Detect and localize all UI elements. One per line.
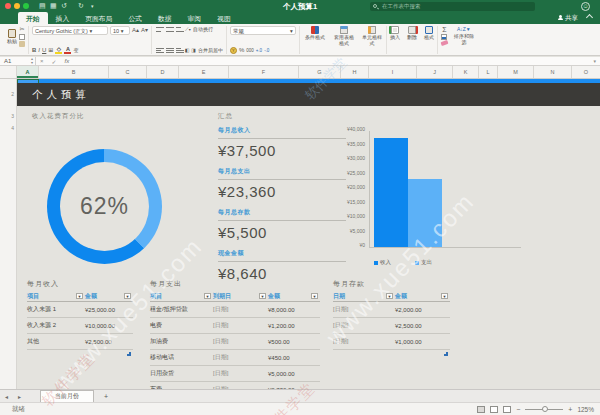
cell-styles-button[interactable]: 单元格样式	[361, 26, 383, 46]
currency-format-icon[interactable]: ¥	[230, 47, 237, 54]
search-input[interactable]: 在工作表中搜索	[370, 2, 535, 11]
filter-dropdown-icon[interactable]: ▼	[204, 293, 211, 299]
income-bar[interactable]	[374, 138, 408, 247]
italic-button[interactable]: I	[38, 47, 40, 54]
cut-icon[interactable]: ✂	[19, 26, 24, 33]
align-left-icon[interactable]	[155, 47, 163, 54]
select-all-corner[interactable]	[0, 66, 17, 78]
table-row[interactable]: 其他¥2,500.00	[27, 334, 133, 350]
wrap-text-button[interactable]: 自动换行	[193, 27, 213, 33]
indent-icons[interactable]: ◧ ◨	[185, 47, 196, 54]
bold-button[interactable]: B	[32, 47, 36, 54]
font-size-select[interactable]: 10 ▾	[110, 26, 130, 35]
name-box[interactable]: A1▴▾	[0, 57, 36, 66]
income-spending-bar-chart[interactable]	[369, 131, 521, 248]
align-right-icon[interactable]	[175, 47, 183, 54]
column-header[interactable]: I	[369, 66, 417, 78]
column-header[interactable]: E	[179, 66, 229, 78]
column-header[interactable]: G	[299, 66, 341, 78]
cancel-icon[interactable]: ×	[36, 58, 48, 64]
filter-dropdown-icon[interactable]: ▼	[124, 293, 131, 299]
delete-cells-button[interactable]: 删除	[407, 26, 417, 41]
column-header[interactable]: B	[39, 66, 109, 78]
font-name-select[interactable]: Century Gothic (正文) ▾	[32, 26, 108, 35]
tab-page-layout[interactable]: 页面布局	[77, 12, 120, 24]
format-painter-icon[interactable]	[19, 41, 25, 47]
table-row[interactable]: 移动电话[日期]¥450.00	[150, 350, 320, 366]
worksheet[interactable]: 2 3 4 个人预算 收入花费百分比 62% 汇总 每月总收入 ¥37,500 …	[0, 79, 600, 389]
insert-function-icon[interactable]: fx	[61, 58, 74, 64]
orientation-icon[interactable]: ⟋▾	[185, 26, 191, 33]
filter-dropdown-icon[interactable]: ▼	[386, 293, 393, 299]
conditional-formatting-button[interactable]: 条件格式	[303, 26, 327, 41]
increase-decimal-button[interactable]: +.0	[256, 47, 262, 54]
tab-insert[interactable]: 插入	[48, 12, 78, 24]
enter-icon[interactable]: ✓	[48, 58, 61, 65]
summary-item[interactable]: 现金金额 ¥8,640	[218, 249, 346, 282]
fill-color-button[interactable]: ◇	[55, 47, 62, 54]
table-row[interactable]: 租金/抵押贷款[日期]¥8,000.00	[150, 302, 320, 318]
filter-dropdown-icon[interactable]: ▼	[259, 293, 266, 299]
number-format-select[interactable]: 常规▾	[230, 26, 296, 35]
tab-formulas[interactable]: 公式	[120, 12, 150, 24]
table-resize-handle[interactable]	[127, 352, 131, 356]
feedback-smiley-icon[interactable]: ☺	[581, 2, 590, 11]
column-header[interactable]: N	[534, 66, 572, 78]
clear-eraser-icon[interactable]	[440, 40, 448, 46]
table-row[interactable]: 收入来源 2¥10,000.00	[27, 318, 133, 334]
align-center-icon[interactable]	[165, 47, 173, 54]
table-row[interactable]: 日用杂货[日期]¥5,000.00	[150, 366, 320, 382]
table-row[interactable]: [日期]¥2,000.00	[333, 302, 450, 318]
zoom-slider[interactable]	[525, 409, 563, 410]
zoom-level[interactable]: 125%	[577, 406, 594, 413]
decrease-decimal-button[interactable]: -.0	[264, 47, 269, 54]
percent-format-button[interactable]: %	[239, 47, 244, 54]
spending-bar[interactable]	[408, 179, 442, 247]
row-header[interactable]: 2	[0, 91, 14, 97]
formula-bar-expand-icon[interactable]: ▾	[593, 58, 596, 64]
share-button[interactable]: 共享	[558, 14, 578, 23]
merge-center-button[interactable]: 合并后居中	[198, 48, 223, 54]
prev-sheet-icon[interactable]: ◂	[0, 393, 13, 400]
filter-dropdown-icon[interactable]: ▼	[311, 293, 318, 299]
page-break-view-icon[interactable]	[503, 406, 511, 413]
column-header[interactable]: M	[498, 66, 534, 78]
align-middle-icon[interactable]	[165, 26, 173, 33]
page-layout-view-icon[interactable]	[490, 406, 498, 413]
column-header[interactable]: C	[109, 66, 147, 78]
row-header[interactable]: 3	[0, 113, 14, 119]
column-header[interactable]: O	[572, 66, 600, 78]
filter-dropdown-icon[interactable]: ▼	[76, 293, 83, 299]
shrink-font-button[interactable]: A▾	[141, 27, 148, 34]
table-row[interactable]: [日期]¥2,500.00	[333, 318, 450, 334]
font-color-button[interactable]: A	[64, 47, 71, 54]
paste-button[interactable]: 粘贴	[7, 29, 17, 45]
zoom-slider-knob[interactable]	[542, 406, 548, 412]
phonetic-guide-button[interactable]: 变	[73, 47, 78, 54]
spending-donut-chart[interactable]: 62%	[47, 149, 162, 264]
tab-home[interactable]: 开始	[18, 12, 48, 24]
format-as-table-button[interactable]: 套用表格格式	[332, 26, 356, 46]
table-row[interactable]: 车费[日期]¥2,730.00	[150, 382, 320, 389]
zoom-out-button[interactable]: −	[516, 406, 520, 413]
zoom-in-button[interactable]: +	[568, 406, 572, 413]
sort-filter-button[interactable]: A↓Z▼ 排序和筛选	[453, 26, 475, 45]
insert-cells-button[interactable]: 插入	[390, 26, 400, 41]
borders-button[interactable]: ⊞	[48, 47, 53, 54]
column-header[interactable]: F	[229, 66, 299, 78]
autosum-button[interactable]: Σ	[442, 26, 446, 33]
column-header-a[interactable]: A	[17, 66, 39, 78]
next-sheet-icon[interactable]: ▸	[13, 393, 26, 400]
table-row[interactable]: 加油费[日期]¥500.00	[150, 334, 320, 350]
sheet-tab-current-month[interactable]: 当前月份	[40, 390, 94, 402]
column-header[interactable]: H	[341, 66, 369, 78]
name-box-stepper[interactable]: ▴▾	[29, 57, 35, 66]
tab-data[interactable]: 数据	[150, 12, 180, 24]
column-header[interactable]: D	[147, 66, 179, 78]
table-row[interactable]: 收入来源 1¥25,000.00	[27, 302, 133, 318]
filter-dropdown-icon[interactable]: ▼	[441, 293, 448, 299]
comma-format-button[interactable]: 000	[246, 47, 254, 54]
grow-font-button[interactable]: A▴	[132, 27, 139, 34]
table-row[interactable]: [日期]¥1,000.00	[333, 334, 450, 350]
add-sheet-button[interactable]: +	[94, 393, 118, 400]
